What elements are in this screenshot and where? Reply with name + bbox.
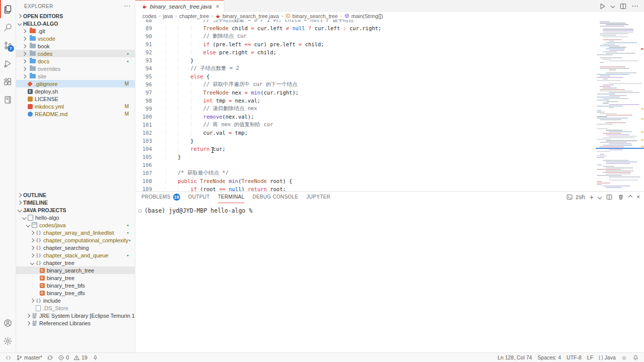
status-sync[interactable]	[47, 354, 53, 361]
code-line[interactable]: 97 TreeNode nex = min(cur.right);	[135, 88, 596, 97]
line-number[interactable]: 96	[135, 81, 165, 87]
breadcrumb-main-string-[interactable]: main(String[])	[344, 13, 383, 19]
line-number[interactable]: 93	[135, 57, 165, 63]
java-tree-chapter_computational_complexity[interactable]: {}chapter_computational_complexity●	[16, 236, 135, 244]
status-cursor-position[interactable]: Ln 128, Col 74	[498, 354, 532, 360]
source-control-icon[interactable]: 7	[0, 36, 16, 54]
tree-folder-vscode[interactable]: vscode	[16, 35, 135, 42]
line-number[interactable]: 109	[135, 186, 165, 191]
account-icon[interactable]	[0, 314, 16, 332]
code-line[interactable]: 101 // 将 nex 的值复制给 cur	[135, 121, 596, 129]
code-line[interactable]: 96 // 获取中序遍历中 cur 的下一个结点	[135, 80, 596, 88]
code-line[interactable]: 94 // 子结点数量 = 2	[135, 64, 596, 72]
java-tree-binary_tree[interactable]: Cbinary_tree	[16, 274, 135, 282]
code-line[interactable]: 95 else {	[135, 72, 596, 80]
line-number[interactable]: 100	[135, 114, 165, 120]
explorer-icon[interactable]	[0, 0, 16, 18]
line-number[interactable]: 89	[135, 25, 165, 31]
code-line[interactable]: 108 public TreeNode min(TreeNode root) {	[135, 177, 596, 185]
line-number[interactable]: 104	[135, 146, 165, 152]
tab-binary-search-tree[interactable]: binary_search_tree.java ×	[135, 0, 224, 13]
code-line[interactable]: 88 // 当子结点数量 = 0 / 1 时, child = null / 该…	[135, 20, 596, 24]
code-line[interactable]: 104 return cur;	[135, 145, 596, 153]
java-tree-referenced-libraries[interactable]: Referenced Libraries	[16, 319, 135, 327]
search-icon[interactable]	[0, 18, 16, 36]
line-number[interactable]: 98	[135, 98, 165, 104]
code-line[interactable]: 91 if (pre.left == cur) pre.left = child…	[135, 40, 596, 48]
line-number[interactable]: 90	[135, 33, 165, 39]
more-actions-button[interactable]: ···	[632, 3, 639, 9]
code-line[interactable]: 107 /* 获取最小结点 */	[135, 169, 596, 177]
status-warnings[interactable]: 19	[73, 354, 88, 361]
maximize-panel-button[interactable]	[629, 196, 632, 199]
code-line[interactable]: 93 }	[135, 56, 596, 64]
java-tree-chapter_searching[interactable]: {}chapter_searching	[16, 244, 135, 251]
line-number[interactable]: 101	[135, 122, 165, 128]
shell-label[interactable]: zsh	[576, 194, 585, 201]
line-number[interactable]: 106	[135, 162, 165, 168]
breadcrumb-binary_search_tree.java[interactable]: binary_search_tree.java	[215, 13, 279, 19]
open-editors-section[interactable]: OPEN EDITORS	[16, 12, 135, 20]
line-number[interactable]: 103	[135, 138, 165, 144]
tree-folder-book[interactable]: book	[16, 42, 135, 50]
code-line[interactable]: 99 // 递归删除结点 nex	[135, 105, 596, 113]
tree-file-deploy.sh[interactable]: $deploy.sh	[16, 87, 135, 95]
kill-terminal-button[interactable]	[617, 194, 624, 201]
breadcrumb-codes[interactable]: codes	[142, 13, 156, 19]
panel-tab-problems[interactable]: PROBLEMS19	[141, 192, 180, 203]
java-tree--ds_store[interactable]: .DS_Store	[16, 304, 135, 312]
code-line[interactable]: 98 int tmp = nex.val;	[135, 97, 596, 105]
breadcrumb-chapter_tree[interactable]: chapter_tree	[179, 13, 209, 19]
line-number[interactable]: 88	[135, 20, 165, 23]
split-editor-button[interactable]	[619, 3, 627, 10]
terminal[interactable]: (base) jyd@JYD-MBP hello-algo %	[135, 203, 644, 214]
java-tree-binary_tree_bfs[interactable]: Cbinary_tree_bfs	[16, 282, 135, 289]
line-number[interactable]: 105	[135, 154, 165, 160]
line-number[interactable]: 108	[135, 178, 165, 184]
line-number[interactable]: 91	[135, 41, 165, 47]
code-editor[interactable]: 88 // 当子结点数量 = 0 / 1 时, child = null / 该…	[135, 20, 644, 191]
line-number[interactable]: 107	[135, 170, 165, 176]
status-eol[interactable]: LF	[587, 354, 593, 360]
code-line[interactable]: 102 cur.val = tmp;	[135, 129, 596, 137]
extensions-icon[interactable]	[0, 72, 16, 90]
code-line[interactable]: 89 TreeNode child = cur.left ≠ null ? cu…	[135, 24, 596, 32]
breadcrumb-java[interactable]: java	[163, 13, 173, 19]
java-tree-hello-algo[interactable]: hello-algo	[16, 214, 135, 221]
code-line[interactable]: 90 // 删除结点 cur	[135, 32, 596, 40]
java-tree-chapter_tree[interactable]: {}chapter_tree	[16, 259, 135, 266]
panel-tab-jupyter[interactable]: JUPYTER	[306, 192, 331, 203]
run-button[interactable]	[599, 3, 606, 10]
java-tree-binary_search_tree[interactable]: Cbinary_search_tree	[16, 266, 135, 274]
line-number[interactable]: 94	[135, 65, 165, 71]
status-git-branch[interactable]: master*	[16, 354, 42, 361]
code-line[interactable]: 100 remove(nex.val);	[135, 113, 596, 121]
java-tree-chapter_array_and_linkedlist[interactable]: {}chapter_array_and_linkedlist●	[16, 229, 135, 236]
status-errors[interactable]: 0	[58, 354, 69, 361]
tree-folder-codes[interactable]: codes●	[16, 50, 135, 57]
root-folder-section[interactable]: HELLO-ALGO	[16, 20, 135, 27]
tree-file-README.md[interactable]: README.mdM	[16, 110, 135, 118]
java-projects-section[interactable]: JAVA PROJECTS	[16, 206, 135, 214]
code-line[interactable]: 103 }	[135, 137, 596, 145]
tree-file-LICENSE[interactable]: LICENSE	[16, 95, 135, 103]
status-encoding[interactable]: UTF-8	[567, 354, 582, 360]
panel-tab-debug-console[interactable]: DEBUG CONSOLE	[253, 192, 298, 203]
notebook-icon[interactable]	[0, 90, 16, 109]
outline-section[interactable]: OUTLINE	[16, 191, 135, 199]
panel-tab-terminal[interactable]: TERMINAL	[218, 192, 245, 203]
new-terminal-button[interactable]: +	[590, 193, 594, 201]
java-tree-binary_tree_dfs[interactable]: Cbinary_tree_dfs	[16, 289, 135, 297]
java-tree-codes-java[interactable]: codes/java●	[16, 221, 135, 229]
terminal-dropdown-chevron[interactable]	[598, 196, 601, 199]
status-java-server-mode[interactable]	[92, 354, 99, 361]
panel-tab-output[interactable]: OUTPUT	[188, 192, 210, 203]
split-terminal-button[interactable]	[606, 194, 613, 201]
line-number[interactable]: 102	[135, 130, 165, 136]
status-feedback[interactable]: ☺	[621, 354, 627, 360]
java-tree-include[interactable]: {}include	[16, 297, 135, 304]
tree-folder-.git[interactable]: .git	[16, 27, 135, 35]
line-number[interactable]: 92	[135, 49, 165, 55]
line-number[interactable]: 95	[135, 73, 165, 79]
tree-file-.gitignore[interactable]: .gitignoreM	[16, 80, 135, 87]
